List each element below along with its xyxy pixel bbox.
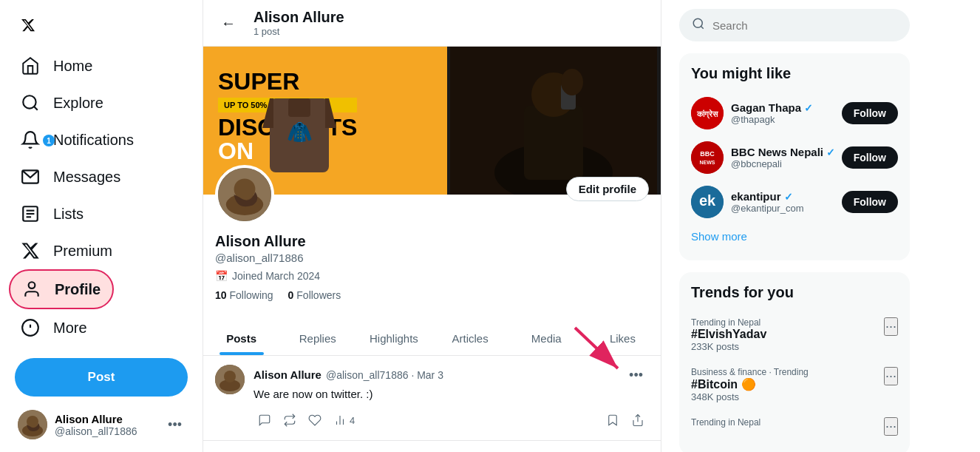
bbc-info: BBC News Nepali ✓ @bbcnepali — [731, 146, 834, 169]
reply-button[interactable] — [253, 409, 276, 431]
tab-highlights[interactable]: Highlights — [355, 322, 432, 355]
premium-label: Premium — [53, 243, 112, 260]
notifications-label: Notifications — [53, 132, 134, 149]
retweet-button[interactable] — [279, 409, 301, 431]
search-icon — [692, 17, 705, 33]
suggestion-bbc: BBC NEWS BBC News Nepali ✓ @bbcnepali Fo… — [691, 135, 898, 180]
svg-rect-17 — [288, 98, 310, 117]
elvish-more-button[interactable]: ··· — [884, 317, 898, 336]
notifications-icon: 1 — [21, 130, 40, 149]
elvish-count: 233K posts — [691, 341, 766, 352]
elvish-label: Trending in Nepal — [691, 317, 766, 328]
back-button[interactable]: ← — [215, 10, 242, 36]
tab-articles[interactable]: Articles — [432, 322, 508, 355]
sidebar-item-profile[interactable]: Profile — [9, 269, 114, 309]
svg-text:BBC: BBC — [700, 150, 715, 158]
profile-header-info: Alison Allure 1 post — [253, 9, 344, 37]
profile-header-name: Alison Allure — [253, 9, 344, 26]
sidebar: Home Explore 1 Notifications Messag — [0, 0, 203, 452]
trend-bitcoin[interactable]: Business & finance · Trending #Bitcoin 🟠… — [691, 360, 898, 410]
sidebar-user-info: Alison Allure @alison_all71886 — [55, 413, 157, 437]
bitcoin-count: 348K posts — [691, 391, 809, 402]
sidebar-item-notifications[interactable]: 1 Notifications — [9, 121, 146, 158]
user-card-more-button[interactable]: ••• — [165, 414, 185, 436]
main-content: ← Alison Allure 1 post SUPER UP TO 50% O… — [203, 0, 661, 452]
tweet-actions: 4 — [253, 409, 649, 431]
svg-point-7 — [29, 282, 35, 289]
suggestion-ekantipur: ek ekantipur ✓ @ekantipur_com Follow — [691, 180, 898, 224]
lists-icon — [21, 204, 40, 223]
ekantipur-follow-button[interactable]: Follow — [842, 191, 898, 213]
bbc-follow-button[interactable]: Follow — [842, 146, 898, 169]
post-button[interactable]: Post — [15, 358, 188, 397]
you-might-like-title: You might like — [691, 65, 898, 82]
tweet-more-button[interactable]: ••• — [623, 365, 649, 386]
followers-stat[interactable]: 0 Followers — [288, 289, 341, 301]
sidebar-item-more[interactable]: More — [9, 309, 99, 346]
bitcoin-more-button[interactable]: ··· — [884, 367, 898, 385]
tab-likes[interactable]: Likes — [585, 322, 661, 355]
elvish-tag: #ElvishYadav — [691, 328, 766, 341]
bitcoin-label: Business & finance · Trending — [691, 367, 809, 377]
bbc-avatar: BBC NEWS — [691, 141, 724, 174]
sidebar-item-premium[interactable]: Premium — [9, 232, 124, 269]
bbc-verified: ✓ — [826, 146, 834, 158]
calendar-icon: 📅 — [215, 270, 228, 282]
tweet-author: Alison Allure — [253, 368, 321, 381]
messages-icon — [21, 167, 40, 186]
search-input[interactable] — [712, 19, 897, 32]
show-more-button[interactable]: Show more — [691, 224, 747, 249]
following-stat[interactable]: 10 Following — [215, 289, 273, 301]
lists-label: Lists — [53, 206, 84, 223]
nepal3-label: Trending in Nepal — [691, 417, 760, 428]
trend-row: Trending in Nepal #ElvishYadav 233K post… — [691, 317, 898, 352]
tweet-item[interactable]: Alison Allure @alison_all71886 · Mar 3 — [203, 356, 661, 441]
logo-button[interactable] — [9, 6, 47, 44]
svg-text:🧥: 🧥 — [287, 120, 313, 144]
like-button[interactable] — [304, 409, 326, 431]
gagan-info: Gagan Thapa ✓ @thapagk — [731, 101, 834, 125]
tweet-text: We are now on twitter. :) — [253, 386, 649, 402]
tab-media[interactable]: Media — [508, 322, 585, 355]
profile-header-post-count: 1 post — [253, 26, 344, 37]
bbc-handle: @bbcnepali — [731, 158, 834, 169]
profile-handle: @alison_all71886 — [215, 252, 649, 264]
trend-nepal3[interactable]: Trending in Nepal ··· — [691, 410, 898, 443]
svg-marker-16 — [325, 98, 336, 128]
gagan-avatar: कांग्रेस — [691, 97, 724, 129]
you-might-like-section: You might like कांग्रेस Gagan Thapa ✓ @t… — [679, 53, 910, 260]
svg-point-37 — [693, 18, 702, 27]
trends-title: Trends for you — [691, 284, 898, 301]
svg-text:ek: ek — [699, 192, 716, 209]
more-label: More — [53, 320, 87, 337]
gagan-follow-button[interactable]: Follow — [842, 102, 898, 124]
bookmark-button[interactable] — [602, 409, 624, 431]
trend-elvishyadav[interactable]: Trending in Nepal #ElvishYadav 233K post… — [691, 310, 898, 360]
svg-line-1 — [34, 107, 38, 110]
followers-label: Followers — [296, 289, 341, 301]
suggestion-gagan: कांग्रेस Gagan Thapa ✓ @thapagk Follow — [691, 91, 898, 135]
tweet-avatar — [215, 365, 245, 394]
tab-posts[interactable]: Posts — [203, 322, 279, 355]
sidebar-item-explore[interactable]: Explore — [9, 84, 115, 121]
profile-section: Edit profile Alison Allure @alison_all71… — [203, 195, 661, 313]
gagan-verified: ✓ — [804, 102, 813, 114]
followers-count: 0 — [288, 289, 294, 301]
premium-icon — [21, 241, 40, 260]
edit-profile-button[interactable]: Edit profile — [566, 177, 649, 201]
sidebar-item-messages[interactable]: Messages — [9, 158, 132, 195]
profile-avatar — [215, 165, 274, 224]
share-button[interactable] — [627, 409, 649, 431]
gagan-name: Gagan Thapa ✓ — [731, 101, 834, 114]
svg-text:NEWS: NEWS — [700, 160, 715, 165]
svg-marker-15 — [262, 98, 273, 128]
views-button[interactable]: 4 — [329, 409, 359, 431]
nepal3-more-button[interactable]: ··· — [884, 417, 898, 436]
tab-replies[interactable]: Replies — [279, 322, 355, 355]
following-label: Following — [229, 289, 273, 301]
more-icon — [21, 318, 40, 337]
user-profile-card[interactable]: Alison Allure @alison_all71886 ••• — [9, 402, 194, 447]
sidebar-item-home[interactable]: Home — [9, 47, 104, 84]
tweet-handle-date: @alison_all71886 · Mar 3 — [326, 369, 443, 381]
sidebar-item-lists[interactable]: Lists — [9, 195, 95, 232]
